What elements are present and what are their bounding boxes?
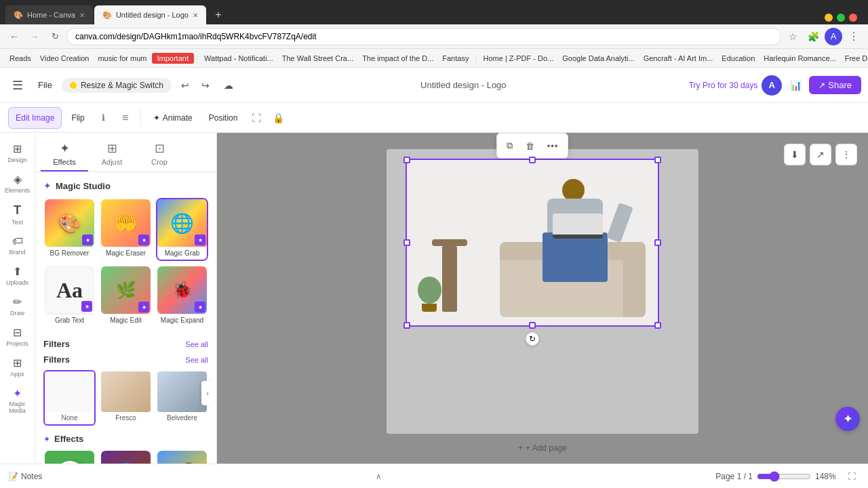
lock-button[interactable]: 🔒 xyxy=(269,108,288,127)
effects-tab-icon: ✦ xyxy=(60,141,70,156)
reload-button[interactable]: ↻ xyxy=(46,28,64,45)
bookmark-fantasy[interactable]: Fantasy xyxy=(438,53,473,64)
window-close[interactable] xyxy=(849,14,857,22)
save-button[interactable]: ☁ xyxy=(219,76,238,95)
effect-blur[interactable]: 🍊 Blur xyxy=(156,449,208,464)
handle-bm[interactable] xyxy=(529,322,536,329)
sidebar-item-draw[interactable]: ✏ Draw xyxy=(3,291,33,321)
handle-bl[interactable] xyxy=(403,322,410,329)
float-trash-button[interactable]: 🗑 xyxy=(520,136,539,155)
canvas-action-share[interactable]: ↗ xyxy=(810,144,831,165)
address-bar[interactable] xyxy=(66,28,781,45)
image-element[interactable]: ⧉ 🗑 ••• xyxy=(406,159,659,327)
handle-mr[interactable] xyxy=(654,239,661,246)
share-button[interactable]: ↗ Share xyxy=(809,76,861,94)
redo-button[interactable]: ↪ xyxy=(196,76,215,95)
sidebar-item-design[interactable]: ⊞ Design xyxy=(3,138,33,167)
analytics-button[interactable]: 📊 xyxy=(786,76,805,95)
bookmark-harlequin[interactable]: Harlequin Romance... xyxy=(760,53,840,64)
user-avatar[interactable]: A xyxy=(762,75,782,96)
bookmark-impact[interactable]: The impact of the D... xyxy=(358,53,437,64)
sidebar-item-brand[interactable]: 🏷 Brand xyxy=(3,231,33,260)
sidebar-item-projects[interactable]: ⊟ Projects xyxy=(3,322,33,351)
tool-magic-grab[interactable]: 🌐 ★ Magic Grab xyxy=(156,198,208,261)
handle-tl[interactable] xyxy=(403,157,410,163)
edit-image-button[interactable]: Edit Image xyxy=(8,107,62,129)
bookmark-video[interactable]: Video Creation xyxy=(36,53,94,64)
bookmark-google[interactable]: Google Data Analyti... xyxy=(558,53,638,64)
browser-tab-logo[interactable]: 🎨 Untitled design - Logo ✕ xyxy=(94,5,206,24)
sidebar-item-magic-media[interactable]: ✦ Magic Media xyxy=(3,383,33,419)
sidebar-item-apps[interactable]: ⊞ Apps xyxy=(3,352,33,382)
window-minimize[interactable] xyxy=(825,14,833,22)
see-all-link[interactable]: See all xyxy=(185,356,208,364)
window-maximize[interactable] xyxy=(837,14,845,22)
flip-button[interactable]: Flip xyxy=(64,107,91,129)
forward-button[interactable]: → xyxy=(26,28,43,45)
bookmark-zpdf[interactable]: Home | Z-PDF - Do... xyxy=(479,53,558,64)
tool-magic-expand[interactable]: 🐞 ★ Magic Expand xyxy=(156,265,208,328)
effect-duotone[interactable]: 👤 Duotone xyxy=(100,449,152,464)
handle-br[interactable] xyxy=(654,322,661,329)
handle-tr[interactable] xyxy=(654,157,661,163)
filter-fresco[interactable]: Fresco xyxy=(100,370,152,426)
menu-button[interactable]: ⋮ xyxy=(845,28,863,45)
filter-none[interactable]: None xyxy=(43,370,96,426)
bookmark-gencraft[interactable]: Gencraft - AI Art Im... xyxy=(639,53,717,64)
menu-dots-button[interactable]: ≡ xyxy=(116,108,135,127)
info-button[interactable]: ℹ xyxy=(94,108,113,127)
tab-crop[interactable]: ⊡ Crop xyxy=(136,138,183,171)
filters-scroll-right[interactable]: › xyxy=(201,381,214,405)
float-copy-button[interactable]: ⧉ xyxy=(500,136,519,155)
tab-close-active-icon[interactable]: ✕ xyxy=(193,12,198,19)
animate-button[interactable]: ✦ Animate xyxy=(146,107,199,129)
profile-button[interactable]: A xyxy=(825,28,842,45)
fit-screen-button[interactable]: ⛶ xyxy=(844,468,860,485)
sidebar-item-uploads[interactable]: ⬆ Uploads xyxy=(3,261,33,290)
sidebar-item-text[interactable]: T Text xyxy=(3,199,33,230)
undo-button[interactable]: ↩ xyxy=(176,76,195,95)
canvas-action-download[interactable]: ⬇ xyxy=(784,144,806,165)
file-menu[interactable]: File xyxy=(33,77,58,93)
notes-button[interactable]: 📝 Notes xyxy=(8,472,42,481)
back-button[interactable]: ← xyxy=(5,28,23,45)
try-pro-label[interactable]: Try Pro for 30 days xyxy=(689,81,758,90)
position-button[interactable]: Position xyxy=(202,107,245,129)
tab-effects[interactable]: ✦ Effects xyxy=(41,138,88,171)
bookmark-freedl[interactable]: Free Download Books xyxy=(841,53,868,64)
bookmark-education[interactable]: Education xyxy=(717,53,759,64)
add-page-label: + Add page xyxy=(526,443,567,453)
add-page-button[interactable]: + + Add page xyxy=(518,443,567,453)
handle-tm[interactable] xyxy=(529,157,536,163)
new-tab-button[interactable]: + xyxy=(209,5,228,24)
tool-magic-eraser[interactable]: 🤲 ★ Magic Eraser xyxy=(100,198,152,261)
resize-icon-button[interactable]: ⛶ xyxy=(247,108,266,127)
resize-magic-switch[interactable]: Resize & Magic Switch xyxy=(62,78,172,93)
chevron-up-button[interactable]: ∧ xyxy=(371,468,387,485)
tool-grab-text[interactable]: Aa ★ Grab Text xyxy=(43,265,96,328)
effect-shadows[interactable]: ⚽ Shadows xyxy=(43,449,96,464)
extensions-button[interactable]: 🧩 xyxy=(804,28,822,45)
hamburger-menu[interactable]: ☰ xyxy=(7,75,28,96)
canva-assist-button[interactable]: ✦ xyxy=(835,407,860,431)
handle-ml[interactable] xyxy=(403,239,410,246)
browser-tab-home[interactable]: 🎨 Home - Canva ✕ xyxy=(5,5,93,24)
zoom-slider[interactable] xyxy=(757,471,811,482)
tool-bg-remover[interactable]: 🎨 ★ BG Remover xyxy=(43,198,96,261)
tool-magic-edit[interactable]: 🌿 ★ Magic Edit xyxy=(100,265,152,328)
bookmark-music[interactable]: music for mum xyxy=(94,53,151,64)
bookmark-important[interactable]: Important xyxy=(152,53,194,64)
bookmark-reads[interactable]: Reads xyxy=(5,53,35,64)
sidebar-projects-label: Projects xyxy=(6,340,28,347)
tab-adjust[interactable]: ⊞ Adjust xyxy=(88,138,136,171)
canvas-action-more[interactable]: ⋮ xyxy=(835,144,857,165)
rotate-handle[interactable]: ↻ xyxy=(526,332,539,346)
bookmark-wattpad[interactable]: Wattpad - Notificati... xyxy=(200,53,277,64)
star-button[interactable]: ☆ xyxy=(784,28,802,45)
filters-see-all[interactable]: See all xyxy=(185,340,208,348)
filter-belvedere[interactable]: Belvedere xyxy=(156,370,208,426)
sidebar-item-elements[interactable]: ◈ Elements xyxy=(3,169,33,198)
float-more-button[interactable]: ••• xyxy=(540,136,565,155)
tab-close-icon[interactable]: ✕ xyxy=(79,12,85,19)
bookmark-wsj[interactable]: The Wall Street Cra... xyxy=(278,53,357,64)
